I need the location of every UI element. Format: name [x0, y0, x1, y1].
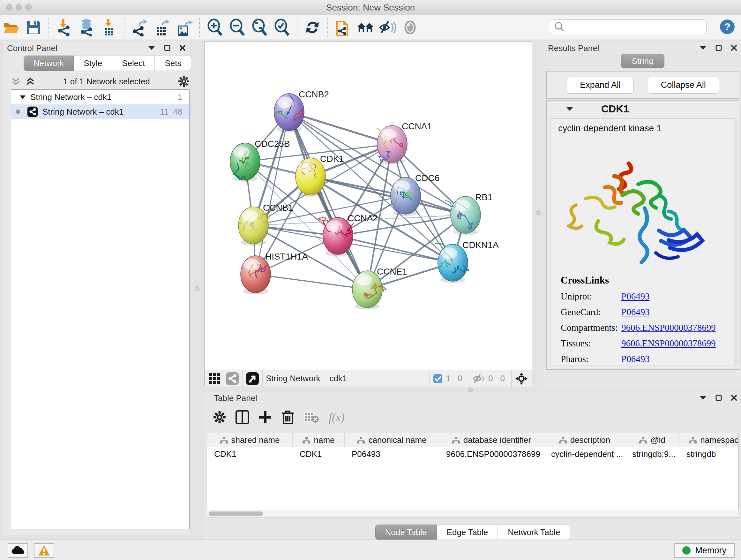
save-session-button[interactable] — [24, 18, 43, 37]
tab-edge-table[interactable]: Edge Table — [437, 524, 498, 540]
table-cell[interactable]: CDK1 — [293, 447, 345, 461]
tab-network[interactable]: Network — [23, 56, 74, 71]
column-header-id[interactable]: @id — [625, 433, 679, 447]
hide-glass-button[interactable] — [379, 18, 397, 37]
grid-view-icon[interactable] — [208, 372, 221, 385]
column-header-description[interactable]: description — [544, 433, 625, 447]
network-node-CCNE1[interactable] — [352, 271, 387, 309]
results-scrollbar[interactable] — [734, 118, 738, 366]
import-network-file-button[interactable] — [55, 18, 73, 37]
panel-collapse-icon[interactable] — [148, 46, 155, 50]
zoom-fit-button[interactable] — [251, 18, 268, 37]
import-table-button[interactable] — [100, 18, 118, 37]
birdseye-toggle-icon[interactable] — [246, 372, 259, 385]
tab-style[interactable]: Style — [74, 56, 112, 71]
right-splitter-grip[interactable] — [536, 210, 541, 215]
panel-float-icon[interactable] — [164, 45, 171, 51]
column-header-databaseidentifier[interactable]: database identifier — [439, 433, 544, 447]
collapse-all-button[interactable]: Collapse All — [648, 77, 719, 94]
table-cell[interactable]: CDK1 — [207, 447, 293, 461]
crosslink-link[interactable]: P06493 — [621, 354, 650, 364]
crosslink-link[interactable]: P06493 — [621, 307, 650, 317]
fit-selected-crosshair-icon[interactable] — [515, 372, 528, 385]
panel-collapse-icon[interactable] — [699, 395, 706, 400]
collection-expand-icon[interactable] — [19, 95, 26, 99]
window-title: Session: New Session — [0, 3, 741, 13]
export-table-button[interactable] — [153, 18, 171, 37]
warnings-button[interactable] — [34, 543, 54, 558]
column-header-canonicalname[interactable]: canonical name — [345, 433, 439, 447]
string-home-button[interactable] — [356, 18, 374, 37]
add-column-icon[interactable] — [259, 411, 272, 424]
table-cell[interactable]: cyclin-dependent ... — [544, 447, 625, 461]
panel-close-icon[interactable] — [731, 45, 737, 51]
table-cell[interactable]: stringdb — [679, 447, 738, 461]
network-node-RB1[interactable] — [445, 196, 481, 235]
column-header-name[interactable]: name — [293, 433, 345, 447]
open-session-button[interactable] — [2, 18, 20, 37]
table-options-gear-icon[interactable] — [213, 411, 226, 424]
crosslink-link[interactable]: 9606.ENSP00000378699 — [621, 322, 716, 333]
crosslink-link[interactable]: 9606.ENSP00000378699 — [621, 338, 716, 349]
network-node-CDC25B[interactable] — [230, 143, 260, 182]
memory-button[interactable]: Memory — [674, 543, 735, 558]
table-cell[interactable]: P06493 — [345, 447, 439, 461]
help-button[interactable]: ? — [720, 19, 735, 36]
refresh-view-button[interactable] — [304, 18, 321, 37]
delete-column-icon[interactable] — [281, 410, 294, 425]
panel-float-icon[interactable] — [716, 395, 722, 401]
bottom-splitter-grip[interactable] — [468, 388, 473, 392]
zoom-out-button[interactable] — [228, 18, 246, 37]
table-hscrollbar[interactable] — [207, 510, 738, 517]
node-label-CDC25B: CDC25B — [255, 139, 290, 149]
network-node-HIST1H1A[interactable] — [241, 256, 271, 294]
crosslink-link[interactable]: P06493 — [621, 291, 650, 302]
crosslink-label: Pharos: — [561, 354, 621, 364]
expand-all-icon[interactable] — [25, 77, 35, 86]
network-collection-row[interactable]: String Network – cdk11 — [11, 90, 189, 105]
export-image-button[interactable] — [175, 18, 193, 37]
network-node-CCNA1[interactable] — [377, 125, 407, 164]
table-cell[interactable]: stringdb:9... — [625, 447, 679, 461]
tab-node-table[interactable]: Node Table — [375, 524, 437, 540]
panel-float-icon[interactable] — [716, 45, 722, 51]
import-network-database-button[interactable] — [77, 18, 95, 37]
column-header-namespace[interactable]: namespace — [679, 433, 738, 447]
tab-sets[interactable]: Sets — [155, 56, 191, 71]
selected-checkbox-icon[interactable] — [433, 374, 443, 383]
panel-collapse-icon[interactable] — [699, 46, 706, 50]
network-options-gear-icon[interactable] — [178, 76, 190, 87]
table-body: CDK1CDK1P064939606.ENSP00000378699cyclin… — [207, 447, 738, 461]
search-input[interactable] — [568, 22, 706, 31]
zoom-in-button[interactable] — [206, 18, 224, 37]
zoom-selected-button[interactable] — [273, 18, 291, 37]
node-label-CCNB1: CCNB1 — [263, 203, 293, 212]
panel-close-icon[interactable] — [731, 395, 737, 401]
main-toolbar: ? — [0, 15, 741, 40]
gene-collapse-icon[interactable] — [566, 107, 573, 111]
show-glass-button[interactable] — [401, 18, 419, 37]
export-network-button[interactable] — [131, 18, 148, 37]
cloud-status-button[interactable] — [8, 543, 28, 558]
search-box[interactable] — [549, 19, 706, 34]
show-columns-icon[interactable] — [235, 410, 249, 424]
column-header-sharedname[interactable]: shared name — [207, 433, 293, 447]
expand-all-button[interactable]: Expand All — [567, 77, 634, 94]
table-row[interactable]: CDK1CDK1P064939606.ENSP00000378699cyclin… — [207, 447, 738, 461]
houses-icon — [356, 19, 374, 36]
panel-close-icon[interactable] — [179, 45, 186, 51]
string-import-button[interactable] — [334, 18, 352, 37]
network-canvas[interactable]: CCNB2CCNA1CDC25BCDK1CDC6RB1CCNB1CCNA2CDK… — [205, 42, 532, 370]
network-node-CCNB2[interactable] — [274, 94, 304, 132]
tab-string[interactable]: String — [621, 54, 665, 68]
table-hscrollbar-thumb[interactable] — [209, 511, 263, 516]
tab-network-table[interactable]: Network Table — [498, 524, 570, 540]
network-node-CCNB1[interactable] — [239, 207, 270, 246]
string-view-icon[interactable] — [226, 372, 239, 385]
network-row[interactable]: String Network – cdk11148 — [11, 105, 189, 119]
node-table[interactable]: shared namenamecanonical namedatabase id… — [207, 433, 738, 518]
left-splitter-grip[interactable] — [195, 287, 199, 291]
collapse-all-icon[interactable] — [11, 77, 20, 86]
table-cell[interactable]: 9606.ENSP00000378699 — [439, 447, 544, 461]
tab-select[interactable]: Select — [112, 56, 155, 71]
